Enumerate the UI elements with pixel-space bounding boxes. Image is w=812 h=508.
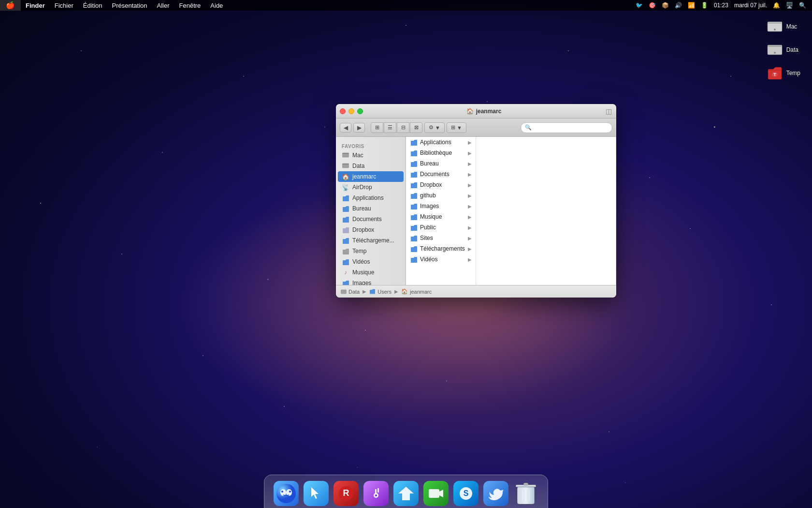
column-view-button[interactable]: ⊟ [397, 122, 409, 133]
desktop-icon-data[interactable]: Data [765, 40, 802, 60]
icon-view-button[interactable]: ⊞ [371, 122, 383, 133]
file-item-arrow: ▶ [468, 214, 472, 220]
menubar-finder[interactable]: Finder [21, 0, 50, 11]
file-item-vidéos[interactable]: Vidéos▶ [406, 254, 476, 265]
menubar-edition[interactable]: Édition [78, 0, 107, 11]
menubar-presentation[interactable]: Présentation [107, 0, 152, 11]
dock-telegram[interactable] [392, 478, 420, 506]
file-item-label: github [420, 192, 436, 199]
sidebar-item-documents[interactable]: Documents [338, 214, 404, 224]
svg-rect-1 [768, 22, 782, 24]
gear-icon: ⚙ [429, 124, 434, 131]
dock-finder[interactable] [272, 478, 300, 506]
file-item-label: Vidéos [420, 256, 437, 263]
facetime-dock-icon [423, 481, 449, 506]
file-item-bibliothèque[interactable]: Bibliothèque▶ [406, 148, 476, 158]
menubar-fenetre[interactable]: Fenêtre [174, 0, 206, 11]
arrange-icon: ⊞ [451, 124, 455, 131]
file-item-images[interactable]: Images▶ [406, 201, 476, 211]
file-item-arrow: ▶ [468, 150, 472, 156]
sidebar-item-airdrop[interactable]: 📡 AirDrop [338, 182, 404, 193]
file-item-github[interactable]: github▶ [406, 190, 476, 201]
sidebar-item-temp[interactable]: Temp [338, 246, 404, 256]
close-button[interactable] [340, 108, 346, 114]
file-item-arrow: ▶ [468, 182, 472, 188]
data-hd-label: Data [786, 46, 798, 53]
arrange-button[interactable]: ⊞ ▼ [447, 122, 466, 133]
column-panel: Applications▶Bibliothèque▶Bureau▶Documen… [406, 137, 476, 285]
forward-button[interactable]: ▶ [353, 123, 365, 133]
breadcrumb-jeanmarc[interactable]: 🏠 jeanmarc [401, 288, 432, 295]
breadcrumb-data[interactable]: Data [341, 289, 360, 295]
folder-icon [410, 213, 418, 221]
menubar-aller[interactable]: Aller [152, 0, 174, 11]
sidebar-mac-label: Mac [352, 152, 363, 159]
home-icon-small: 🏠 [401, 288, 408, 295]
dropbox-icon[interactable]: 📦 [660, 2, 671, 9]
dock-facetime[interactable] [422, 478, 450, 506]
data-hd-icon-img [767, 42, 783, 58]
list-view-button[interactable]: ☰ [384, 122, 396, 133]
action-arrow: ▼ [435, 125, 440, 131]
file-item-label: Applications [420, 139, 451, 146]
sidebar-item-bureau[interactable]: Bureau [338, 203, 404, 214]
sidebar-telechargements-label: Téléchargeme... [352, 237, 394, 244]
svg-marker-28 [439, 490, 443, 497]
dock-itunes[interactable] [362, 478, 390, 506]
trash-dock-icon [513, 481, 538, 506]
file-item-dropbox[interactable]: Dropbox▶ [406, 179, 476, 190]
search-icon: 🔍 [525, 124, 532, 131]
file-item-sites[interactable]: Sites▶ [406, 233, 476, 243]
sidebar-item-images[interactable]: Images [338, 278, 404, 285]
search-input[interactable] [534, 125, 608, 131]
dock-skype[interactable]: S [452, 478, 480, 506]
file-item-documents[interactable]: Documents▶ [406, 169, 476, 179]
desktop-icon-temp[interactable]: T Temp [765, 63, 802, 83]
maximize-button[interactable] [357, 108, 363, 114]
window-extra-close[interactable]: ◫ [605, 107, 612, 115]
file-item-téléchargements[interactable]: Téléchargements▶ [406, 243, 476, 254]
notification-icon[interactable]: 🔔 [771, 2, 782, 9]
file-item-musique[interactable]: Musique▶ [406, 211, 476, 222]
cover-flow-button[interactable]: ⊠ [410, 122, 422, 133]
sidebar-item-dropbox[interactable]: Dropbox [338, 224, 404, 235]
breadcrumb-data-text: Data [348, 289, 360, 295]
wifi-icon[interactable]: 📶 [686, 2, 697, 9]
sidebar-item-videos[interactable]: Vidéos [338, 256, 404, 267]
menubar-aide[interactable]: Aide [205, 0, 228, 11]
menubar-fichier[interactable]: Fichier [50, 0, 78, 11]
search-menubar[interactable]: 🔍 [797, 2, 808, 9]
sidebar-item-mac[interactable]: Mac [338, 150, 404, 161]
sidebar-item-data[interactable]: Data [338, 161, 404, 171]
file-item-label: Téléchargements [420, 245, 465, 252]
search-box[interactable]: 🔍 [521, 122, 612, 133]
target-icon[interactable]: 🎯 [647, 2, 658, 9]
dock-twitterrific[interactable] [482, 478, 510, 506]
dock-reeder[interactable]: R [332, 478, 360, 506]
airdrop-icon: 📡 [342, 183, 349, 191]
file-item-bureau[interactable]: Bureau▶ [406, 158, 476, 169]
action-button[interactable]: ⚙ ▼ [424, 122, 445, 133]
sidebar-item-jeanmarc[interactable]: 🏠 jeanmarc [338, 171, 404, 182]
svg-rect-12 [341, 290, 347, 294]
battery-icon[interactable]: 🔋 [699, 2, 710, 9]
breadcrumb-users[interactable]: Users [369, 289, 392, 295]
sidebar-item-telechargements[interactable]: Téléchargeme... [338, 235, 404, 246]
apple-menu[interactable]: 🍎 [0, 0, 21, 11]
menubar: 🍎 Finder Fichier Édition Présentation Al… [0, 0, 812, 11]
sidebar-item-musique[interactable]: ♪ Musique [338, 267, 404, 278]
sidebar-item-applications[interactable]: Applications [338, 193, 404, 203]
volume-icon[interactable]: 🔊 [673, 2, 684, 9]
sidebar-airdrop-label: AirDrop [352, 184, 372, 191]
twitter-menubar-icon[interactable]: 🐦 [634, 2, 645, 9]
minimize-button[interactable] [348, 108, 354, 114]
dock-trash[interactable] [512, 478, 540, 506]
desktop-icon-mac[interactable]: Mac [765, 17, 802, 36]
svg-point-14 [280, 489, 286, 496]
file-item-public[interactable]: Public▶ [406, 222, 476, 233]
dock-cursor[interactable] [302, 478, 330, 506]
back-button[interactable]: ◀ [340, 123, 351, 133]
screen-icon[interactable]: 🖥️ [784, 2, 795, 9]
folder-icon [410, 192, 418, 199]
file-item-applications[interactable]: Applications▶ [406, 137, 476, 148]
